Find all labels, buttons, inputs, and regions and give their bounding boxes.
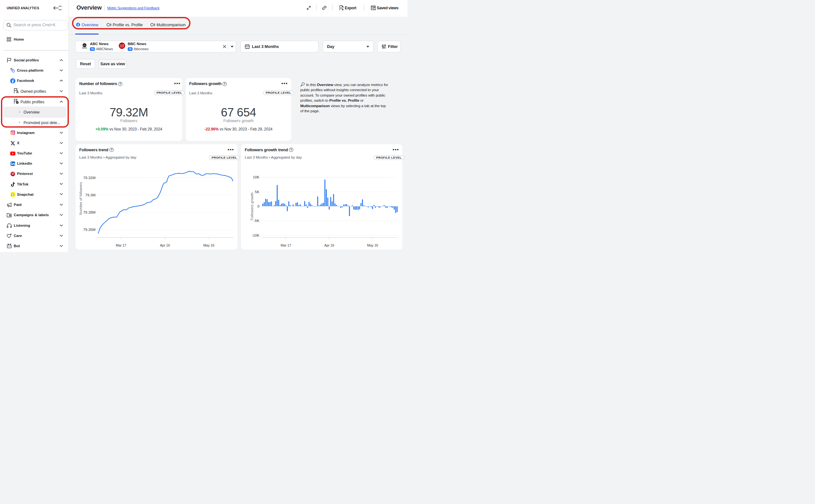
svg-text:NEWS: NEWS xyxy=(82,47,87,49)
svg-text:Mar 17: Mar 17 xyxy=(281,243,291,247)
svg-text:Number of followers: Number of followers xyxy=(79,182,83,215)
svg-text:Followers growth: Followers growth xyxy=(250,193,254,220)
svg-text:Apr 16: Apr 16 xyxy=(160,243,170,247)
svg-text:10K: 10K xyxy=(253,175,260,179)
svg-text:79.28M: 79.28M xyxy=(83,210,95,214)
svg-text:May 16: May 16 xyxy=(367,243,378,247)
svg-text:5K: 5K xyxy=(255,190,259,193)
svg-text:May 16: May 16 xyxy=(203,243,215,247)
svg-text:Apr 16: Apr 16 xyxy=(324,243,334,247)
svg-text:79.3M: 79.3M xyxy=(85,193,95,197)
svg-text:79.32M: 79.32M xyxy=(83,176,95,179)
svg-text:-10K: -10K xyxy=(252,233,260,237)
svg-text:-5K: -5K xyxy=(254,219,259,223)
svg-text:0: 0 xyxy=(257,204,259,208)
svg-text:abc: abc xyxy=(83,44,86,46)
svg-text:NEWS: NEWS xyxy=(120,46,124,47)
svg-text:Mar 17: Mar 17 xyxy=(116,243,126,247)
svg-text:79.26M: 79.26M xyxy=(83,228,95,232)
